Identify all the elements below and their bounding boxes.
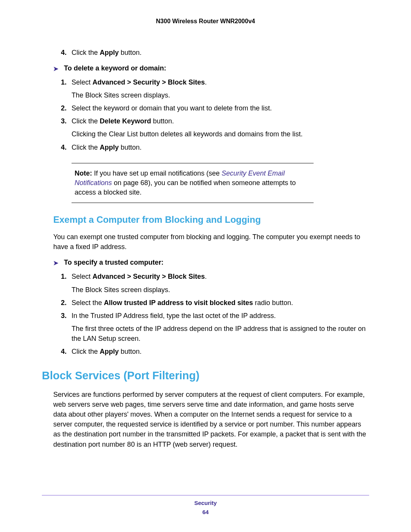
ui-label: Apply (100, 348, 119, 355)
text: button. (119, 49, 142, 56)
bullet-icon: ➤ (53, 259, 64, 268)
footer-rule (42, 495, 369, 495)
step-number: 1. (61, 272, 72, 281)
step-text: Click the Apply button. (72, 347, 369, 356)
step-sub-text: The Block Sites screen displays. (72, 285, 369, 295)
paragraph: You can exempt one trusted computer from… (53, 232, 369, 252)
text: Select the (72, 299, 104, 307)
step-number: 2. (61, 298, 72, 308)
step-row: 4. Click the Apply button. (61, 48, 369, 58)
text: Select (72, 273, 92, 280)
step-number: 4. (61, 48, 72, 58)
footer-section: Security (42, 498, 369, 508)
step-number: 3. (61, 116, 72, 126)
step-row: 4. Click the Apply button. (61, 142, 369, 152)
text: Click the (72, 348, 100, 355)
step-row: 2. Select the Allow trusted IP address t… (61, 298, 369, 308)
text: button. (151, 117, 174, 125)
step-number: 4. (61, 347, 72, 356)
step-text: Click the Apply button. (72, 142, 369, 152)
step-row: 3. Click the Delete Keyword button. (61, 116, 369, 126)
step-row: 4. Click the Apply button. (61, 347, 369, 356)
procedure-heading: ➤ To delete a keyword or domain: (53, 64, 369, 73)
procedure-heading: ➤ To specify a trusted computer: (53, 259, 369, 268)
step-row: 3. In the Trusted IP Address field, type… (61, 311, 369, 321)
menu-path: Advanced > Security > Block Sites (92, 273, 205, 280)
ui-label: Apply (100, 49, 119, 56)
step-text: Click the Apply button. (72, 48, 369, 58)
step-text: Select Advanced > Security > Block Sites… (72, 272, 369, 281)
menu-path: Advanced > Security > Block Sites (92, 78, 205, 86)
section-heading: Exempt a Computer from Blocking and Logg… (53, 214, 369, 225)
document-header: N300 Wireless Router WNR2000v4 (42, 18, 369, 25)
content-body: 4. Click the Apply button. ➤ To delete a… (53, 48, 369, 449)
note-box: Note: If you have set up email notificat… (72, 163, 314, 203)
step-text: Select the keyword or domain that you wa… (72, 103, 369, 113)
text: Click the (72, 117, 100, 125)
note-label: Note: (75, 169, 94, 177)
ui-label: Apply (100, 144, 119, 151)
page-number: 64 (42, 508, 369, 517)
step-sub-text: The Block Sites screen displays. (72, 90, 369, 100)
text: button. (119, 348, 142, 355)
text: radio button. (253, 299, 293, 307)
procedure-title: To specify a trusted computer: (64, 259, 164, 268)
step-row: 1. Select Advanced > Security > Block Si… (61, 272, 369, 281)
step-number: 2. (61, 103, 72, 113)
paragraph: Services are functions performed by serv… (53, 390, 369, 449)
step-number: 3. (61, 311, 72, 321)
step-text: In the Trusted IP Address field, type th… (72, 311, 369, 321)
step-row: 1. Select Advanced > Security > Block Si… (61, 77, 369, 87)
step-sub-text: The first three octets of the IP address… (72, 324, 369, 343)
text: Select (72, 78, 92, 86)
ui-label: Delete Keyword (100, 117, 151, 125)
page-footer: Security 64 (42, 495, 369, 517)
text: Click the (72, 49, 100, 56)
note-text: If you have set up email notifications (… (94, 169, 221, 177)
step-row: 2. Select the keyword or domain that you… (61, 103, 369, 113)
step-sub-text: Clicking the Clear List button deletes a… (72, 129, 369, 139)
text: button. (119, 144, 142, 151)
procedure-title: To delete a keyword or domain: (64, 64, 166, 73)
text: . (205, 78, 207, 86)
bullet-icon: ➤ (53, 64, 64, 73)
page: N300 Wireless Router WNR2000v4 4. Click … (0, 0, 411, 532)
text: Click the (72, 144, 100, 151)
chapter-heading: Block Services (Port Filtering) (42, 369, 369, 382)
step-text: Select the Allow trusted IP address to v… (72, 298, 369, 308)
step-text: Click the Delete Keyword button. (72, 116, 369, 126)
step-number: 1. (61, 77, 72, 87)
ui-label: Allow trusted IP address to visit blocke… (104, 299, 253, 307)
step-number: 4. (61, 142, 72, 152)
text: . (205, 273, 207, 280)
step-text: Select Advanced > Security > Block Sites… (72, 77, 369, 87)
